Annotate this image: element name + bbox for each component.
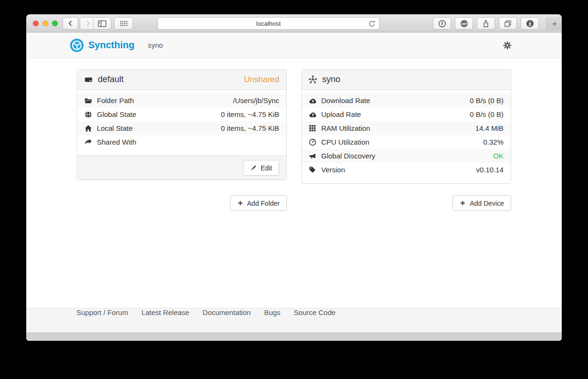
footer-link-documentation[interactable]: Documentation xyxy=(196,308,257,316)
adblock-abp-icon: ABP xyxy=(460,20,468,28)
extension-adblock-button[interactable]: ABP xyxy=(455,17,473,30)
onepassword-icon xyxy=(438,20,446,28)
row-value: /Users/jb/Sync xyxy=(233,96,279,105)
device-row-global-discovery: Global Discovery OK xyxy=(302,149,511,163)
folder-row-shared-with: Shared With xyxy=(77,135,286,149)
folder-status-badge: Unshared xyxy=(244,75,279,84)
device-row-upload-rate: Upload Rate 0 B/s (0 B) xyxy=(302,107,511,121)
settings-menu-button[interactable] xyxy=(503,41,512,50)
show-all-tabs-button[interactable] xyxy=(499,17,517,30)
pencil-icon xyxy=(250,165,257,171)
svg-text:ABP: ABP xyxy=(461,22,467,25)
network-node-icon xyxy=(309,75,317,84)
share-button[interactable] xyxy=(477,17,495,30)
browser-toolbar: localhost ABP xyxy=(26,14,562,32)
row-label: Global Discovery xyxy=(321,152,375,160)
row-label: RAM Utilization xyxy=(321,124,370,132)
row-label: Download Rate xyxy=(321,96,370,105)
add-device-button[interactable]: Add Device xyxy=(452,195,511,211)
row-value: 0 items, ~4.75 KiB xyxy=(221,110,279,118)
plus-icon xyxy=(460,200,466,206)
close-window-button[interactable] xyxy=(33,21,39,26)
downloads-icon xyxy=(526,20,534,28)
device-row-ram: RAM Utilization 14.4 MiB xyxy=(302,121,511,135)
reload-button[interactable] xyxy=(368,20,376,30)
folder-panel-footer: Edit xyxy=(77,156,286,179)
zoom-window-button[interactable] xyxy=(52,21,58,26)
folder-open-icon xyxy=(84,97,97,105)
ram-grid-icon xyxy=(309,125,321,132)
tag-icon xyxy=(309,166,321,173)
footer-link-bugs[interactable]: Bugs xyxy=(257,308,287,316)
share-icon xyxy=(482,20,490,28)
hdd-icon xyxy=(84,75,93,84)
plus-icon xyxy=(551,20,558,28)
page-footer: Support / Forum Latest Release Documenta… xyxy=(26,308,562,333)
edit-button-label: Edit xyxy=(261,164,272,172)
back-chevron-icon xyxy=(67,20,74,27)
row-value: 0 B/s (0 B) xyxy=(470,110,504,118)
back-button[interactable] xyxy=(63,17,78,30)
device-panel: syno Dow xyxy=(301,69,511,184)
share-arrow-icon xyxy=(84,138,97,146)
device-row-cpu: CPU Utilization 0.32% xyxy=(302,135,511,149)
row-value: 14.4 MiB xyxy=(475,124,504,132)
footer-link-source-code[interactable]: Source Code xyxy=(287,308,343,316)
row-label: Folder Path xyxy=(97,96,134,105)
device-panel-title: syno xyxy=(322,74,340,84)
row-value: 0 items, ~4.75 KiB xyxy=(221,124,279,132)
extension-onepassword-button[interactable] xyxy=(433,17,451,30)
edit-button[interactable]: Edit xyxy=(243,160,279,176)
sidebar-button[interactable] xyxy=(93,17,111,30)
row-value: 0 B/s (0 B) xyxy=(470,96,504,105)
folder-row-local-state: Local State 0 items, ~4.75 KiB xyxy=(77,121,286,135)
folder-panel-title: default xyxy=(98,74,124,84)
new-tab-button[interactable] xyxy=(546,17,562,30)
folder-row-global-state: Global State 0 items, ~4.75 KiB xyxy=(77,107,286,121)
row-value: v0.10.14 xyxy=(476,166,504,174)
address-bar-url: localhost xyxy=(256,20,281,27)
row-label: Global State xyxy=(97,110,136,118)
row-value: OK xyxy=(493,152,504,160)
add-folder-button[interactable]: Add Folder xyxy=(230,195,287,211)
browser-window: localhost ABP xyxy=(26,14,562,341)
folder-row-path: Folder Path /Users/jb/Sync xyxy=(77,94,286,107)
syncthing-navbar: Syncthing syno xyxy=(26,32,562,58)
footer-link-latest-release[interactable]: Latest Release xyxy=(135,308,196,316)
forward-chevron-icon xyxy=(84,20,92,27)
syncthing-logo xyxy=(70,38,84,53)
folder-panel-heading[interactable]: default Unshared xyxy=(77,70,286,90)
device-row-download-rate: Download Rate 0 B/s (0 B) xyxy=(302,94,511,107)
row-label: Version xyxy=(321,166,345,174)
row-value: 0.32% xyxy=(483,138,504,146)
top-sites-button[interactable] xyxy=(114,17,133,30)
folder-panel: default Unshared xyxy=(77,69,287,180)
device-panel-heading[interactable]: syno xyxy=(302,70,511,90)
sidebar-icon xyxy=(98,20,106,27)
downloads-button[interactable] xyxy=(521,17,539,30)
row-label: Upload Rate xyxy=(321,110,361,118)
tabs-icon xyxy=(504,20,512,27)
grid-icon xyxy=(120,20,128,27)
gear-icon xyxy=(503,41,512,50)
minimize-window-button[interactable] xyxy=(42,21,48,26)
window-bottom-strip xyxy=(26,333,562,341)
gauge-icon xyxy=(309,138,321,146)
plus-icon xyxy=(237,200,243,206)
device-row-version: Version v0.10.14 xyxy=(302,163,511,177)
add-folder-label: Add Folder xyxy=(247,200,280,207)
footer-link-support[interactable]: Support / Forum xyxy=(70,308,135,316)
nav-device-link[interactable]: syno xyxy=(148,41,163,49)
cloud-upload-icon xyxy=(309,111,321,118)
row-label: Local State xyxy=(97,124,133,132)
cloud-download-icon xyxy=(309,97,321,104)
globe-icon xyxy=(84,111,97,118)
reload-icon xyxy=(368,20,376,28)
row-label: Shared With xyxy=(97,138,136,146)
bullhorn-icon xyxy=(309,152,321,159)
row-label: CPU Utilization xyxy=(321,138,369,146)
page-content: default Unshared xyxy=(26,58,562,308)
address-bar[interactable]: localhost xyxy=(158,17,379,30)
add-device-label: Add Device xyxy=(470,200,504,207)
home-icon xyxy=(84,125,97,132)
